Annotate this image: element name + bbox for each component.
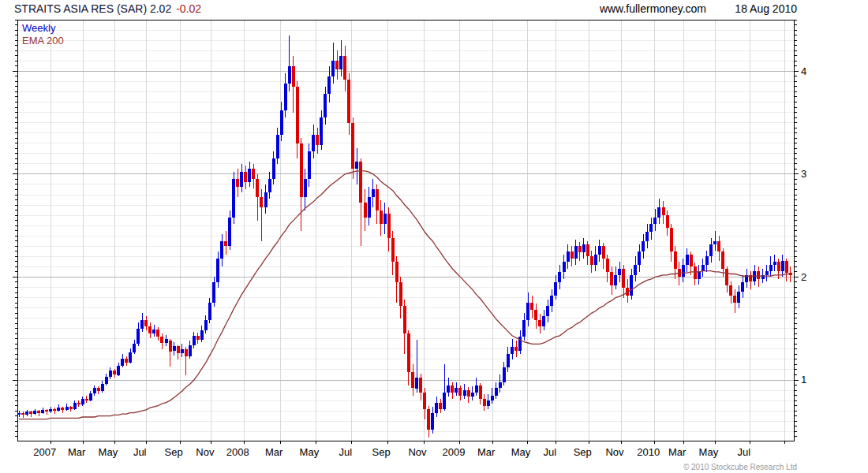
x-tick-label: 2007 bbox=[33, 446, 56, 458]
x-tick-label: Nov bbox=[408, 446, 427, 458]
y-axis-labels: 4321 bbox=[801, 65, 806, 386]
x-tick-label: Jul bbox=[543, 446, 556, 458]
x-tick-label: Mar bbox=[68, 446, 86, 458]
plot-border bbox=[17, 20, 794, 441]
x-axis-labels: 2007MarMayJulSepNov2008MarMayJulSepNov20… bbox=[33, 446, 750, 458]
y-tick-label: 4 bbox=[801, 65, 806, 77]
legend-ema-200: EMA 200 bbox=[22, 35, 64, 47]
ema-200-line bbox=[19, 171, 791, 419]
x-tick-label: Sep bbox=[574, 446, 592, 458]
x-tick-label: Nov bbox=[605, 446, 624, 458]
x-tick-label: May bbox=[99, 446, 118, 458]
x-tick-label: Mar bbox=[668, 446, 687, 458]
x-tick-label: Sep bbox=[165, 446, 183, 458]
y-tick-label: 3 bbox=[801, 168, 806, 180]
x-tick-label: May bbox=[300, 446, 320, 458]
x-tick-label: Mar bbox=[265, 446, 283, 458]
chart-window: STRAITS ASIA RES (SAR) 2.02-0.02 www.ful… bbox=[0, 0, 868, 473]
legend-timeframe: Weekly bbox=[22, 22, 55, 34]
x-tick-label: May bbox=[511, 446, 531, 458]
y-tick-label: 2 bbox=[801, 271, 806, 283]
x-tick-label: Jul bbox=[133, 446, 147, 458]
x-tick-label: May bbox=[699, 446, 719, 458]
y-tick-label: 1 bbox=[801, 374, 806, 385]
price-chart: 4321 2007MarMayJulSepNov2008MarMayJulSep… bbox=[0, 0, 868, 473]
candlestick-series bbox=[17, 35, 792, 438]
x-tick-label: Jul bbox=[339, 446, 352, 458]
x-tick-label: 2010 bbox=[637, 446, 660, 458]
vertical-gridlines bbox=[51, 20, 784, 441]
minor-gridlines bbox=[17, 20, 794, 431]
x-tick-label: Jul bbox=[737, 446, 750, 458]
copyright-notice: © 2010 Stockcube Research Ltd bbox=[683, 463, 797, 471]
x-tick-label: 2008 bbox=[226, 446, 249, 458]
x-tick-label: 2009 bbox=[442, 446, 465, 458]
x-tick-label: Mar bbox=[477, 446, 496, 458]
x-tick-label: Nov bbox=[196, 446, 215, 458]
x-tick-label: Sep bbox=[372, 446, 391, 458]
